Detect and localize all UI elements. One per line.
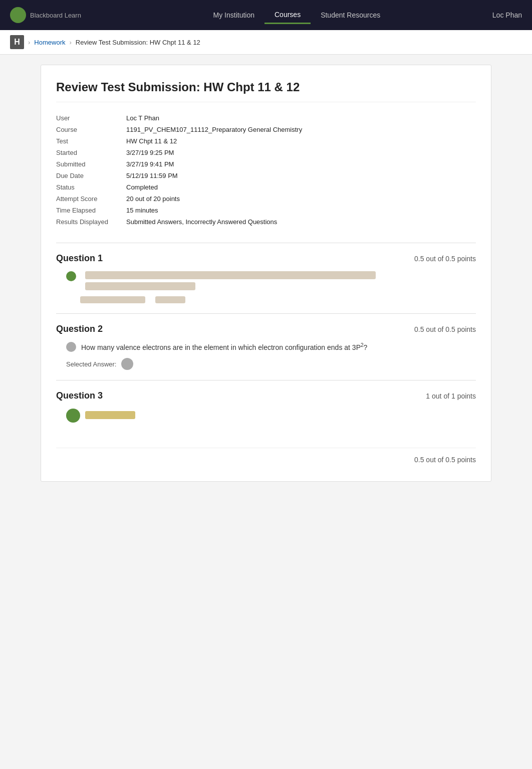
breadcrumb-homework-link[interactable]: Homework	[34, 39, 65, 46]
time-elapsed-label: Time Elapsed	[56, 205, 126, 216]
question-3-answer-blurred	[85, 409, 135, 419]
due-date-value: 5/12/19 11:59 PM	[126, 170, 476, 181]
logo-icon	[10, 7, 26, 23]
question-2-selected-label: Selected Answer:	[66, 360, 116, 368]
top-navigation: Blackboard Learn My Institution Courses …	[0, 0, 532, 30]
question-2-answer-bubble	[121, 358, 133, 370]
started-label: Started	[56, 147, 126, 158]
question-3-correct-icon	[66, 409, 80, 423]
info-row-submitted: Submitted 3/27/19 9:41 PM	[56, 158, 476, 170]
logo: Blackboard Learn	[10, 7, 81, 23]
submitted-value: 3/27/19 9:41 PM	[126, 158, 476, 170]
nav-links: My Institution Courses Student Resources	[101, 7, 492, 24]
question-2-header: Question 2 0.5 out of 0.5 points	[56, 324, 476, 334]
test-label: Test	[56, 135, 126, 147]
info-row-user: User Loc T Phan	[56, 112, 476, 124]
logo-text: Blackboard Learn	[30, 12, 81, 19]
info-row-time-elapsed: Time Elapsed 15 minutes	[56, 205, 476, 216]
test-value: HW Chpt 11 & 12	[126, 135, 476, 147]
nav-courses[interactable]: Courses	[264, 7, 311, 24]
info-row-attempt-score: Attempt Score 20 out of 20 points	[56, 193, 476, 205]
question-1-body	[56, 271, 476, 303]
page-title: Review Test Submission: HW Chpt 11 & 12	[56, 80, 476, 102]
info-row-status: Status Completed	[56, 181, 476, 193]
breadcrumb-current: Review Test Submission: HW Chpt 11 & 12	[76, 39, 200, 46]
results-displayed-label: Results Displayed	[56, 216, 126, 228]
question-2-text: How many valence electrons are in the el…	[81, 342, 367, 351]
question-3-body	[56, 409, 476, 427]
due-date-label: Due Date	[56, 170, 126, 181]
question-1-answer-blurred	[80, 296, 145, 303]
breadcrumb-sep-2: ›	[69, 39, 71, 46]
course-label: Course	[56, 124, 126, 135]
question-2-body: How many valence electrons are in the el…	[56, 342, 476, 370]
question-1-correct-icon	[66, 271, 76, 281]
breadcrumb: H › Homework › Review Test Submission: H…	[0, 30, 532, 55]
info-row-test: Test HW Chpt 11 & 12	[56, 135, 476, 147]
info-row-results-displayed: Results Displayed Submitted Answers, Inc…	[56, 216, 476, 228]
started-value: 3/27/19 9:25 PM	[126, 147, 476, 158]
breadcrumb-sep-1: ›	[28, 39, 30, 46]
results-displayed-value: Submitted Answers, Incorrectly Answered …	[126, 216, 476, 228]
question-2-number: Question 2	[56, 324, 103, 334]
question-1-number: Question 1	[56, 253, 103, 264]
submitted-label: Submitted	[56, 158, 126, 170]
question-1-answer-value-blurred	[155, 296, 185, 303]
question-2-block: Question 2 0.5 out of 0.5 points How man…	[56, 313, 476, 380]
main-content: Review Test Submission: HW Chpt 11 & 12 …	[41, 65, 491, 482]
nav-user[interactable]: Loc Phan	[492, 11, 522, 19]
submission-info-table: User Loc T Phan Course 1191_PV_CHEM107_1…	[56, 112, 476, 228]
question-2-answer-row: Selected Answer:	[66, 358, 476, 370]
info-row-started: Started 3/27/19 9:25 PM	[56, 147, 476, 158]
status-label: Status	[56, 181, 126, 193]
question-3-score: 1 out of 1 points	[426, 392, 476, 400]
attempt-score-label: Attempt Score	[56, 193, 126, 205]
breadcrumb-home[interactable]: H	[10, 35, 24, 49]
info-row-course: Course 1191_PV_CHEM107_11112_Preparatory…	[56, 124, 476, 135]
attempt-score-value: 20 out of 20 points	[126, 193, 476, 205]
nav-my-institution[interactable]: My Institution	[203, 7, 264, 23]
question-1-score: 0.5 out of 0.5 points	[414, 255, 476, 263]
question-1-text-blurred	[85, 271, 376, 290]
bottom-score: 0.5 out of 0.5 points	[56, 448, 476, 466]
user-value: Loc T Phan	[126, 112, 476, 124]
question-2-score: 0.5 out of 0.5 points	[414, 325, 476, 333]
question-1-header: Question 1 0.5 out of 0.5 points	[56, 253, 476, 264]
question-3-number: Question 3	[56, 391, 103, 401]
info-row-due-date: Due Date 5/12/19 11:59 PM	[56, 170, 476, 181]
time-elapsed-value: 15 minutes	[126, 205, 476, 216]
status-value: Completed	[126, 181, 476, 193]
course-value: 1191_PV_CHEM107_11112_Preparatory Genera…	[126, 124, 476, 135]
question-1-block: Question 1 0.5 out of 0.5 points	[56, 243, 476, 313]
question-3-block: Question 3 1 out of 1 points	[56, 380, 476, 443]
question-2-icon	[66, 342, 76, 352]
user-label: User	[56, 112, 126, 124]
question-3-header: Question 3 1 out of 1 points	[56, 391, 476, 401]
nav-student-resources[interactable]: Student Resources	[311, 7, 390, 23]
